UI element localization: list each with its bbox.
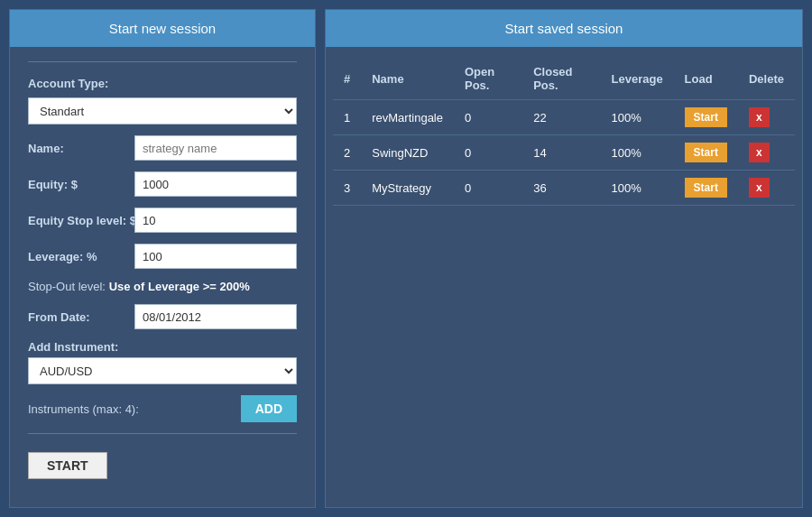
cell-num: 2 — [333, 135, 361, 171]
col-delete: Delete — [738, 58, 795, 100]
instruments-max-label: Instruments (max: 4): — [28, 402, 139, 416]
account-type-select[interactable]: Standart ECN Demo — [28, 97, 297, 125]
leverage-row: Leverage: % — [28, 244, 297, 269]
col-open-pos: Open Pos. — [454, 58, 522, 100]
instruments-row: Instruments (max: 4): ADD — [28, 395, 297, 422]
cell-open-pos: 0 — [454, 100, 522, 135]
cell-num: 3 — [333, 171, 361, 206]
from-date-input[interactable] — [134, 304, 297, 329]
cell-leverage: 100% — [601, 171, 674, 206]
cell-open-pos: 0 — [454, 171, 522, 206]
add-instrument-button[interactable]: ADD — [241, 395, 297, 422]
add-instrument-label: Add Instrument: — [28, 340, 297, 354]
table-header-row: # Name Open Pos. Closed Pos. Leverage Lo… — [333, 58, 795, 100]
equity-label: Equity: $ — [28, 178, 127, 191]
col-num: # — [333, 58, 361, 100]
table-row: 2 SwingNZD 0 14 100% Start x — [333, 135, 795, 171]
equity-row: Equity: $ — [28, 171, 297, 197]
bottom-divider — [28, 433, 297, 434]
saved-sessions-table: # Name Open Pos. Closed Pos. Leverage Lo… — [333, 58, 795, 206]
cell-open-pos: 0 — [454, 135, 522, 171]
col-closed-pos: Closed Pos. — [522, 58, 600, 100]
load-session-button[interactable]: Start — [685, 143, 727, 162]
cell-load: Start — [674, 171, 738, 206]
start-session-button[interactable]: START — [28, 452, 107, 479]
delete-session-button[interactable]: x — [749, 178, 770, 198]
saved-session-header: Start saved session — [326, 10, 802, 47]
cell-delete: x — [738, 171, 795, 206]
delete-session-button[interactable]: x — [749, 143, 770, 162]
equity-stop-label: Equity Stop level: $ — [28, 214, 127, 227]
col-name: Name — [361, 58, 454, 100]
leverage-input[interactable] — [134, 244, 297, 269]
cell-name: MyStrategy — [361, 171, 454, 206]
load-session-button[interactable]: Start — [685, 107, 727, 127]
new-session-header: Start new session — [10, 10, 315, 47]
cell-closed-pos: 36 — [522, 171, 600, 206]
stopout-label: Stop-Out level: — [28, 280, 106, 293]
cell-name: revMartingale — [361, 100, 454, 135]
from-date-label: From Date: — [28, 310, 127, 324]
table-row: 1 revMartingale 0 22 100% Start x — [333, 100, 795, 135]
col-load: Load — [674, 58, 738, 100]
cell-load: Start — [674, 135, 738, 171]
cell-closed-pos: 22 — [522, 100, 600, 135]
top-divider — [28, 61, 297, 62]
name-label: Name: — [28, 142, 127, 155]
cell-delete: x — [738, 135, 795, 171]
saved-session-panel: Start saved session # Name Open Pos. Clo… — [325, 9, 803, 508]
stopout-value: Use of Leverage >= 200% — [109, 280, 250, 293]
load-session-button[interactable]: Start — [685, 178, 727, 198]
add-instrument-section: Add Instrument: AUD/USD EUR/USD GBP/USD … — [28, 340, 297, 384]
account-type-section: Account Type: Standart ECN Demo — [28, 77, 297, 125]
instrument-select[interactable]: AUD/USD EUR/USD GBP/USD USD/JPY — [28, 357, 297, 384]
stopout-row: Stop-Out level: Use of Leverage >= 200% — [28, 280, 297, 293]
table-row: 3 MyStrategy 0 36 100% Start x — [333, 171, 795, 206]
equity-input[interactable] — [134, 171, 297, 197]
account-type-label: Account Type: — [28, 77, 297, 90]
cell-closed-pos: 14 — [522, 135, 600, 171]
delete-session-button[interactable]: x — [749, 107, 770, 127]
cell-load: Start — [674, 100, 738, 135]
equity-stop-row: Equity Stop level: $ — [28, 208, 297, 233]
leverage-label: Leverage: % — [28, 250, 127, 263]
from-date-row: From Date: — [28, 304, 297, 329]
name-row: Name: — [28, 135, 297, 161]
cell-delete: x — [738, 100, 795, 135]
cell-num: 1 — [333, 100, 361, 135]
col-leverage: Leverage — [601, 58, 674, 100]
cell-name: SwingNZD — [361, 135, 454, 171]
new-session-panel: Start new session Account Type: Standart… — [9, 9, 316, 508]
name-input[interactable] — [134, 135, 297, 161]
equity-stop-input[interactable] — [134, 208, 297, 233]
cell-leverage: 100% — [601, 135, 674, 171]
cell-leverage: 100% — [601, 100, 674, 135]
